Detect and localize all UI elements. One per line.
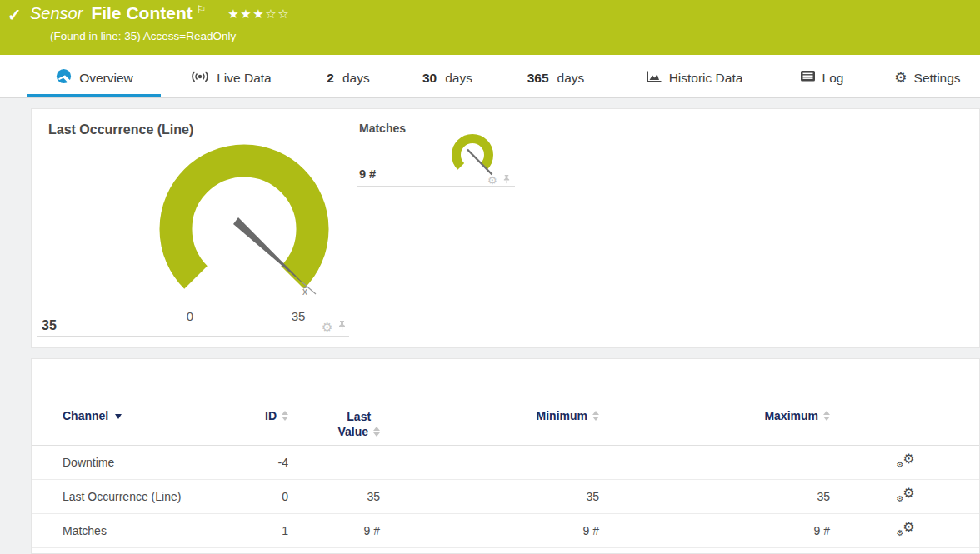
channel-name-cell[interactable]: Matches: [32, 513, 257, 547]
channels-table-panel: Channel ID Last Value Minimum Maximum: [31, 358, 980, 554]
secondary-gauge-title: Matches: [359, 122, 406, 135]
tab-number: 2: [327, 71, 334, 86]
column-header-minimum[interactable]: Minimum: [380, 359, 599, 445]
stars-empty[interactable]: ☆☆: [265, 7, 290, 21]
sensor-status-message: (Found in line: 35) Access=ReadOnly: [50, 30, 236, 42]
column-header-id[interactable]: ID: [257, 359, 288, 445]
sort-icon[interactable]: [823, 411, 830, 421]
log-list-icon: [800, 70, 816, 86]
table-row-last-occurrence[interactable]: Last Occurrence (Line) 0 35 35 35 ⚙⚙: [32, 479, 980, 513]
sort-icon[interactable]: [592, 411, 599, 421]
id-cell: 0: [257, 479, 288, 513]
tab-bar: Overview Live Data 2 days 30 days 365 da…: [0, 55, 980, 98]
divider: [358, 186, 515, 187]
sensor-header: ✓ Sensor File Content ⚐ ★★★☆☆ (Found in …: [0, 0, 980, 55]
sort-icon[interactable]: [282, 411, 288, 421]
column-label: Last: [347, 410, 371, 423]
channel-name-cell[interactable]: Downtime: [32, 445, 257, 479]
secondary-gauge-value: 9 #: [359, 167, 376, 181]
id-cell: 1: [257, 513, 288, 547]
last-value-cell: 35: [288, 479, 380, 513]
column-header-channel[interactable]: Channel: [32, 359, 257, 445]
channel-settings-icon[interactable]: ⚙⚙: [897, 452, 915, 469]
tab-label: Live Data: [217, 71, 271, 86]
maximum-cell: 9 #: [599, 513, 830, 547]
primary-gauge-toolbar: ⚙: [322, 319, 347, 334]
tab-log[interactable]: Log: [772, 55, 872, 97]
column-header-maximum[interactable]: Maximum: [599, 359, 830, 445]
primary-gauge-title: Last Occurrence (Line): [48, 122, 193, 137]
tab-label: days: [342, 71, 370, 86]
gear-icon: ⚙: [894, 71, 907, 85]
tab-overview[interactable]: Overview: [28, 55, 161, 97]
tab-number: 365: [528, 71, 549, 86]
page-title: File Content: [91, 3, 192, 23]
table-header-row: Channel ID Last Value Minimum Maximum: [32, 359, 980, 445]
primary-gauge-max-label: 35: [284, 309, 312, 323]
last-value-cell: [288, 445, 380, 479]
pin-icon[interactable]: [338, 319, 347, 334]
tab-label: Log: [822, 71, 844, 86]
sort-icon[interactable]: [373, 427, 380, 437]
table-row-matches[interactable]: Matches 1 9 # 9 # 9 # ⚙⚙: [32, 513, 980, 547]
gauge-icon: [55, 67, 72, 88]
priority-stars[interactable]: ★★★☆☆: [228, 7, 290, 22]
gauges-graphics: [32, 109, 979, 347]
tab-label: Historic Data: [669, 71, 743, 86]
tab-30-days[interactable]: 30 days: [398, 55, 498, 97]
channel-settings-icon[interactable]: ⚙⚙: [897, 521, 915, 537]
sensor-title-line: Sensor File Content ⚐ ★★★☆☆: [30, 3, 290, 23]
column-label: Minimum: [537, 409, 588, 422]
maximum-cell: [599, 445, 830, 479]
maximum-cell: 35: [599, 479, 830, 513]
column-label: Channel: [62, 409, 108, 422]
tab-historic-data[interactable]: Historic Data: [628, 55, 761, 97]
table-row-downtime[interactable]: Downtime -4 ⚙⚙: [32, 445, 980, 479]
primary-gauge-min-label: 0: [180, 309, 200, 323]
area-chart-icon: [646, 70, 662, 87]
gauge-settings-icon[interactable]: ⚙: [322, 321, 332, 333]
tab-label: Settings: [914, 71, 961, 86]
column-header-actions: [830, 359, 980, 445]
tab-label: Overview: [79, 71, 133, 86]
last-value-cell: 9 #: [288, 513, 380, 547]
column-label: Value: [338, 425, 368, 438]
minimum-cell: 9 #: [380, 513, 599, 547]
primary-gauge-arc: [176, 161, 312, 277]
tab-2-days[interactable]: 2 days: [298, 55, 398, 97]
flag-icon[interactable]: ⚐: [197, 3, 207, 16]
channel-name-cell[interactable]: Last Occurrence (Line): [32, 479, 257, 513]
tab-365-days[interactable]: 365 days: [506, 55, 606, 97]
minimum-cell: [380, 445, 599, 479]
primary-gauge-value: 35: [42, 318, 57, 333]
tab-settings[interactable]: ⚙ Settings: [875, 55, 980, 97]
tab-live-data[interactable]: Live Data: [172, 55, 289, 97]
channel-settings-icon[interactable]: ⚙⚙: [897, 487, 915, 503]
primary-gauge-average-marker: x̄: [302, 286, 308, 297]
tab-number: 30: [422, 71, 437, 86]
status-ok-icon: ✓: [8, 5, 22, 25]
divider: [37, 336, 349, 337]
minimum-cell: 35: [380, 479, 599, 513]
column-header-last-value[interactable]: Last Value: [288, 359, 380, 445]
overview-gauges-panel: Last Occurrence (Line) 0 35 x̄ 35 ⚙ Matc…: [31, 108, 980, 348]
secondary-gauge-arc: [457, 139, 489, 167]
chevron-down-icon: [115, 414, 122, 419]
column-label: Maximum: [764, 409, 818, 422]
id-cell: -4: [257, 445, 288, 479]
gauge-settings-icon[interactable]: ⚙: [488, 175, 498, 186]
broadcast-icon: [190, 69, 210, 87]
tab-label: days: [445, 71, 472, 86]
column-label: ID: [265, 409, 277, 422]
tab-label: days: [558, 71, 585, 86]
stars-filled[interactable]: ★★★: [228, 7, 265, 21]
object-kind-label: Sensor: [30, 4, 82, 23]
channels-table: Channel ID Last Value Minimum Maximum: [32, 359, 980, 548]
